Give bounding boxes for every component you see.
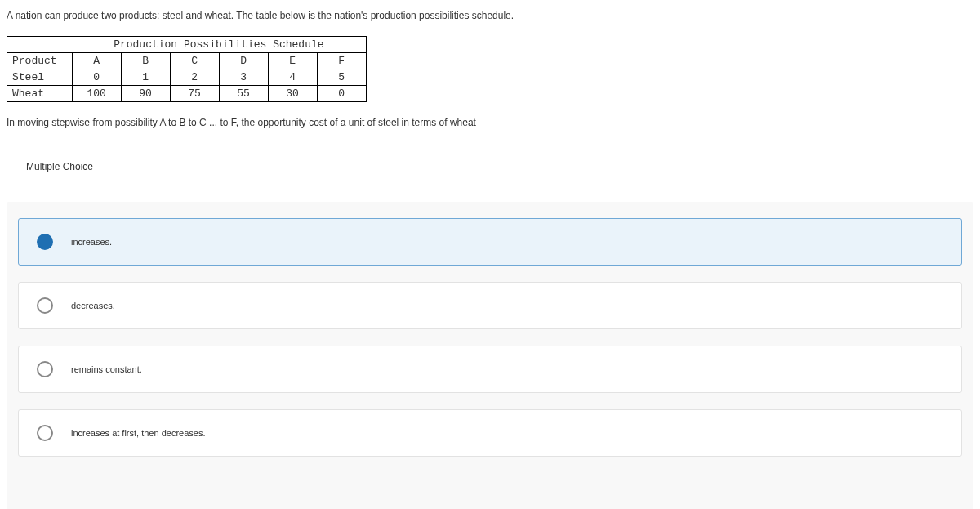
table-cell: 55 [219,86,268,102]
choice-remains-constant[interactable]: remains constant. [18,346,962,393]
table-cell: 0 [317,86,366,102]
table-row-label: Wheat [7,86,73,102]
table-row: Steel 0 1 2 3 4 5 [7,69,367,86]
table-cell: 5 [317,69,366,86]
table-cell: 1 [121,69,170,86]
radio-icon [37,361,53,377]
question-intro: A nation can produce two products: steel… [7,10,973,21]
table-col-header: B [121,53,170,69]
table-cell: 3 [219,69,268,86]
radio-icon [37,425,53,441]
choice-decreases[interactable]: decreases. [18,282,962,329]
table-col-header: E [268,53,317,69]
choice-label: increases. [71,237,943,247]
table-row-label: Steel [7,69,73,86]
mc-heading: Multiple Choice [26,161,973,172]
choice-increases-then-decreases[interactable]: increases at first, then decreases. [18,409,962,457]
table-cell: 90 [121,86,170,102]
choice-increases[interactable]: increases. [18,218,962,266]
table-cell: 4 [268,69,317,86]
answers-area: increases. decreases. remains constant. … [7,202,973,509]
choice-label: remains constant. [71,364,943,374]
table-cell: 2 [170,69,219,86]
table-cell: 75 [170,86,219,102]
table-cell: 0 [72,69,121,86]
table-col-header: F [317,53,366,69]
pps-table: Production Possibilities Schedule Produc… [7,36,367,102]
choice-label: increases at first, then decreases. [71,428,943,438]
table-col-header: D [219,53,268,69]
table-col-header: C [170,53,219,69]
table-row: Wheat 100 90 75 55 30 0 [7,86,367,102]
radio-icon [37,234,53,250]
radio-icon [37,297,53,314]
table-cell: 30 [268,86,317,102]
table-col-header: A [72,53,121,69]
table-corner-empty [7,37,73,53]
table-header-row-label: Product [7,53,73,69]
table-cell: 100 [72,86,121,102]
table-title: Production Possibilities Schedule [72,37,366,53]
question-followup: In moving stepwise from possibility A to… [7,117,973,128]
choice-label: decreases. [71,301,943,310]
